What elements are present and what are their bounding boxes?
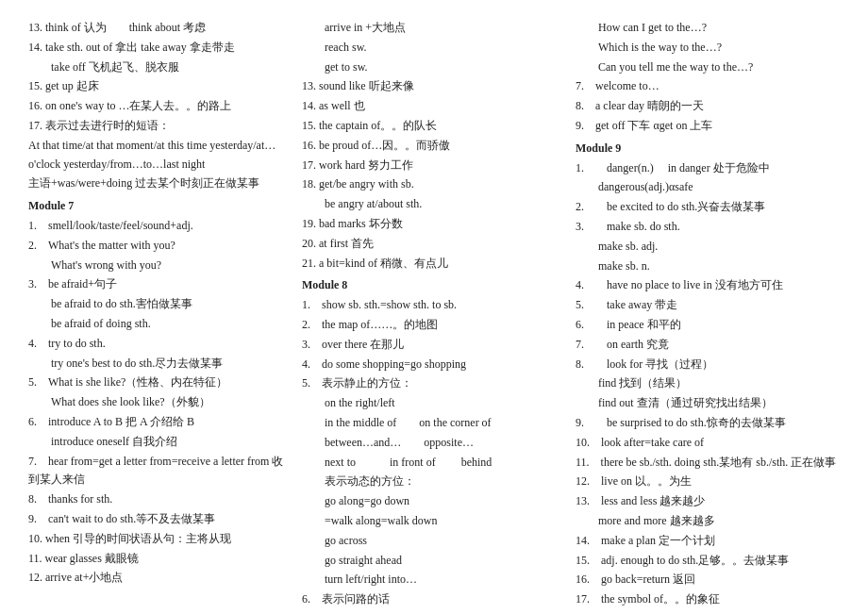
text-line: 16. on one's way to …在某人去。。的路上 — [28, 97, 292, 116]
text-line: 17. work hard 努力工作 — [302, 157, 566, 175]
text-line: 14. make a plan 定一个计划 — [576, 532, 840, 551]
text-line: 表示动态的方位： — [302, 473, 566, 491]
text-line: 1. show sb. sth.=show sth. to sb. — [302, 296, 566, 315]
text-line: Can you tell me the way to the…? — [576, 58, 840, 77]
text-line: on the right/left — [302, 394, 566, 413]
text-line: 13. sound like 听起来像 — [302, 77, 566, 96]
column-2: arrive in +大地点 reach sw. get to sw.13. s… — [302, 19, 566, 614]
text-line: 6. in peace 和平的 — [576, 316, 840, 335]
text-line: 4. try to do sth. — [28, 335, 292, 354]
text-line: 4. have no place to live in 没有地方可住 — [576, 276, 840, 295]
text-line: 12. arrive at+小地点 — [28, 569, 292, 588]
text-line: 18. get/be angry with sb. — [302, 175, 566, 194]
text-line: Where is the …? — [302, 610, 566, 614]
column-3: How can I get to the…? Which is the way … — [576, 19, 840, 614]
text-line: 8. a clear day 晴朗的一天 — [576, 97, 840, 116]
text-line: 20. at first 首先 — [302, 235, 566, 254]
text-line: reach sw. — [302, 39, 566, 58]
text-line: 9. be surprised to do sth.惊奇的去做某事 — [576, 414, 840, 433]
text-line: 2. be excited to do sth.兴奋去做某事 — [576, 198, 840, 217]
text-line: 9. get off 下车 αget on 上车 — [576, 117, 840, 136]
text-line: 7. welcome to… — [576, 77, 840, 96]
text-line: 7. on earth 究竟 — [576, 336, 840, 355]
text-line: 1. danger(n.) in danger 处于危险中 — [576, 159, 840, 178]
text-line: 2. What's the matter with you? — [28, 237, 292, 256]
text-line: 16. be proud of…因。。而骄傲 — [302, 137, 566, 156]
text-line: 3. over there 在那儿 — [302, 336, 566, 355]
text-line: 6. introduce A to B 把 A 介绍给 B — [28, 413, 292, 432]
text-line: 1. smell/look/taste/feel/sound+adj. — [28, 217, 292, 236]
text-line: 21. a bit=kind of 稍微、有点儿 — [302, 255, 566, 274]
text-line: arrive in +大地点 — [302, 19, 566, 38]
text-line: make sb. adj. — [576, 238, 840, 257]
text-line: 7. hear from=get a letter from=receive a… — [28, 453, 292, 490]
text-line: 15. get up 起床 — [28, 77, 292, 96]
page-container: 13. think of 认为 think about 考虑14. take s… — [28, 19, 840, 614]
text-line: take off 飞机起飞、脱衣服 — [28, 58, 292, 77]
text-line: 10. look after=take care of — [576, 434, 840, 453]
text-line: 15. adj. enough to do sth.足够。。去做某事 — [576, 552, 840, 571]
text-line: make sb. n. — [576, 257, 840, 276]
text-line: go straight ahead — [302, 552, 566, 571]
text-line: 11. wear glasses 戴眼镜 — [28, 550, 292, 569]
text-line: 16. go back=return 返回 — [576, 571, 840, 589]
text-line: be afraid to do sth.害怕做某事 — [28, 295, 292, 314]
text-line: What's wrong with you? — [28, 257, 292, 275]
text-line: introduce oneself 自我介绍 — [28, 433, 292, 452]
text-line: At that time/at that moment/at this time… — [28, 137, 292, 174]
text-line: 14. as well 也 — [302, 97, 566, 116]
text-line: be angry at/about sth. — [302, 195, 566, 214]
text-line: dangerous(adj.)αsafe — [576, 178, 840, 197]
text-line: go across — [302, 532, 566, 551]
text-line: 13. think of 认为 think about 考虑 — [28, 19, 292, 38]
text-line: 9. can't wait to do sth.等不及去做某事 — [28, 510, 292, 529]
text-line: more and more 越来越多 — [576, 512, 840, 531]
text-line: 5. 表示静止的方位： — [302, 374, 566, 393]
text-line: 11. there be sb./sth. doing sth.某地有 sb./… — [576, 454, 840, 473]
text-line: in the middle of on the corner of — [302, 414, 566, 433]
text-line: 13. less and less 越来越少 — [576, 492, 840, 511]
content-columns: 13. think of 认为 think about 考虑14. take s… — [28, 19, 840, 614]
text-line: What does she look like?（外貌） — [28, 393, 292, 412]
text-line: =walk along=walk down — [302, 512, 566, 531]
text-line: next to in front of behind — [302, 454, 566, 473]
text-line: be afraid of doing sth. — [28, 315, 292, 334]
text-line: 3. make sb. do sth. — [576, 218, 840, 237]
text-line: How can I get to the…? — [576, 19, 840, 38]
text-line: 19. bad marks 坏分数 — [302, 215, 566, 234]
text-line: try one's best to do sth.尽力去做某事 — [28, 355, 292, 373]
text-line: 10. when 引导的时间状语从句：主将从现 — [28, 530, 292, 549]
text-line: 8. look for 寻找（过程） — [576, 356, 840, 374]
text-line: 8. thanks for sth. — [28, 490, 292, 509]
text-line: Module 8 — [302, 276, 566, 295]
text-line: 12. live on 以。。为生 — [576, 473, 840, 491]
text-line: 5. What is she like?（性格、内在特征） — [28, 373, 292, 392]
text-line: between…and… opposite… — [302, 434, 566, 453]
text-line: turn left/right into… — [302, 571, 566, 589]
text-line: 5. take away 带走 — [576, 296, 840, 315]
text-line: 17. 表示过去进行时的短语： — [28, 117, 292, 136]
text-line: 17. the symbol of。。的象征 — [576, 590, 840, 609]
text-line: 2. the map of……。的地图 — [302, 316, 566, 335]
text-line: Module 7 — [28, 197, 292, 216]
text-line: find 找到（结果） — [576, 374, 840, 393]
text-line: 14. take sth. out of 拿出 take away 拿走带走 — [28, 39, 292, 58]
text-line: 6. 表示问路的话 — [302, 590, 566, 609]
column-1: 13. think of 认为 think about 考虑14. take s… — [28, 19, 292, 614]
text-line: 15. the captain of。。的队长 — [302, 117, 566, 136]
text-line: 3. be afraid+句子 — [28, 275, 292, 294]
text-line: 4. do some shopping=go shopping — [302, 356, 566, 374]
text-line: 主语+was/were+doing 过去某个时刻正在做某事 — [28, 174, 292, 193]
text-line: find out 查清（通过研究找出结果） — [576, 394, 840, 413]
text-line: go along=go down — [302, 492, 566, 511]
text-line: get to sw. — [302, 58, 566, 77]
text-line: Module 9 — [576, 140, 840, 158]
text-line: Which is the way to the…? — [576, 39, 840, 58]
